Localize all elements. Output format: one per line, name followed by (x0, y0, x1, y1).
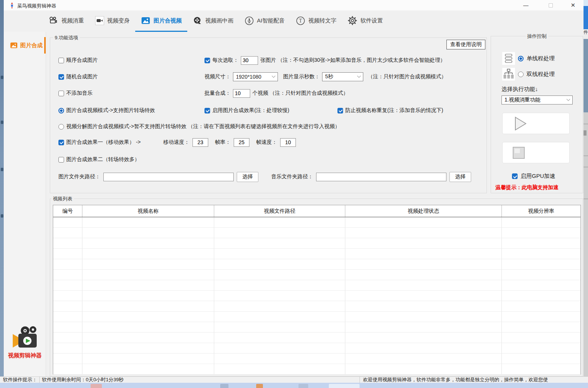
image-folder-input[interactable] (103, 173, 234, 181)
option-row: 图片合成视频模式->支持图片转场特效 启用图片合成效果(注：处理较慢) 防止视频… (50, 106, 487, 115)
function-select[interactable]: 1.视频消重功能 (501, 96, 573, 104)
enable-effect-option[interactable]: 启用图片合成效果(注：处理较慢) (204, 106, 289, 115)
option-row: 随机合成图片 视频尺寸： 1920*1080 图片显示秒数： 5秒 （注：只针对… (50, 72, 487, 82)
table-cell (82, 343, 214, 354)
column-header[interactable]: 视频名称 (82, 205, 214, 217)
tab-video-dedupe[interactable]: 视频消重 (42, 10, 90, 32)
stop-button[interactable] (502, 142, 570, 163)
checkbox-unchecked-icon[interactable] (58, 58, 64, 63)
table-row[interactable] (53, 301, 581, 312)
music-folder-choose-button[interactable]: 选择 (449, 172, 471, 182)
column-header[interactable]: 视频分辨率 (502, 205, 581, 217)
table-row[interactable] (53, 291, 581, 301)
option-note: 个视频 （注：只针对图片合成视频模式） (252, 90, 348, 97)
column-header[interactable]: 视频文件路径 (214, 205, 345, 217)
table-row[interactable] (53, 322, 581, 333)
edge-seam (584, 198, 588, 199)
no-music-option[interactable]: 不添加音乐 (58, 88, 93, 98)
pick-count-input[interactable] (241, 56, 258, 65)
sidebar-item-picture-compose[interactable]: 图片合成 (4, 39, 46, 52)
table-cell (502, 312, 581, 322)
checkbox-checked-icon[interactable] (58, 74, 64, 80)
tab-ai-voice[interactable]: AI智能配音 (239, 10, 290, 32)
play-icon (512, 115, 528, 132)
checkbox-checked-icon[interactable] (204, 108, 210, 113)
video-list-legend: 视频列表 (51, 195, 74, 202)
title-bar: 菜鸟视频剪辑神器 — ✕ (4, 0, 584, 10)
table-row[interactable] (53, 343, 581, 354)
frame-speed-input[interactable] (280, 138, 296, 147)
table-row[interactable] (53, 270, 581, 280)
table-cell (345, 259, 502, 270)
table-cell (53, 280, 82, 291)
option-label: 启用图片合成效果(注：处理较慢) (212, 107, 289, 114)
table-row[interactable] (53, 354, 581, 364)
table-row[interactable] (53, 238, 581, 249)
svg-text:T: T (299, 18, 303, 24)
start-button[interactable] (502, 113, 570, 134)
mode-image-radio[interactable]: 图片合成视频模式->支持图片转场特效 (58, 106, 155, 115)
checkbox-checked-icon[interactable] (337, 108, 343, 113)
seconds-select[interactable]: 5秒 (322, 72, 363, 81)
table-row[interactable] (53, 217, 581, 228)
column-header[interactable]: 视频处理状态 (345, 205, 502, 217)
checkbox-unchecked-icon[interactable] (58, 157, 64, 163)
move-speed-input[interactable] (193, 138, 208, 147)
table-cell (82, 228, 214, 238)
option-label: 单线程处理 (527, 55, 555, 62)
maximize-button[interactable] (542, 0, 559, 10)
edge-seg (584, 0, 588, 6)
batch-count-input[interactable] (233, 89, 250, 98)
image-folder-choose-button[interactable]: 选择 (237, 172, 258, 182)
tab-label: 软件设置 (360, 17, 383, 24)
column-header[interactable]: 编号 (53, 205, 82, 217)
video-table[interactable]: 编号 视频名称 视频文件路径 视频处理状态 视频分辨率 (53, 205, 581, 375)
radio-selected-icon[interactable] (518, 56, 524, 61)
picture-icon (141, 16, 151, 25)
logo-label: 视频剪辑神器 (4, 352, 46, 359)
option-label: 防止视频名称重复(注：添加音乐的情况下) (345, 107, 443, 114)
table-row[interactable] (53, 333, 581, 343)
radio-selected-icon[interactable] (58, 108, 64, 113)
table-row[interactable] (53, 364, 581, 375)
single-thread-option[interactable]: 单线程处理 (502, 52, 555, 65)
tab-settings[interactable]: 软件设置 (342, 10, 388, 32)
table-cell (502, 343, 581, 354)
random-compose-option[interactable]: 随机合成图片 (58, 72, 98, 82)
table-cell (345, 217, 502, 228)
help-button[interactable]: 查看使用说明 (446, 40, 485, 49)
checkbox-checked-icon[interactable] (58, 140, 64, 145)
table-row[interactable] (53, 259, 581, 270)
mode-decompose-radio[interactable]: 视频分解图片合成视频模式->暂不支持图片转场特效 （注：请在下面视频列表右键选择… (58, 122, 340, 131)
table-row[interactable] (53, 249, 581, 259)
picture-icon (10, 42, 18, 49)
close-button[interactable]: ✕ (565, 0, 581, 10)
seq-compose-option[interactable]: 顺序合成图片 (58, 55, 98, 65)
radio-unselected-icon[interactable] (58, 124, 64, 130)
taskbar-icon-fragment (256, 384, 263, 388)
tab-video-pip[interactable]: 视频画中画 (187, 10, 239, 32)
video-list-group: 视频列表 编号 视频名称 视频文件路径 视频处理状态 视频分辨率 (50, 198, 583, 376)
edge-seam (584, 167, 588, 167)
tab-video-to-text[interactable]: T 视频转文字 (290, 10, 342, 32)
table-row[interactable] (53, 280, 581, 291)
checkbox-unchecked-icon[interactable] (58, 91, 64, 96)
video-size-select[interactable]: 1920*1080 (233, 72, 278, 81)
checkbox-checked-icon[interactable] (204, 58, 210, 63)
music-folder-input[interactable] (316, 173, 446, 181)
effect-two-option[interactable]: 图片合成效果二（转场特效多） (58, 155, 140, 164)
tab-video-transform[interactable]: 视频变身 (90, 10, 135, 32)
tab-picture-to-video[interactable]: 图片合视频 (135, 10, 187, 32)
effect-one-option[interactable]: 图片合成效果一（移动效果） -> (58, 137, 141, 147)
pick-count-option[interactable]: 每次选取： 张图片 （注：不勾选则30张->如果添加音乐，图片太少或太多软件会智… (204, 55, 445, 65)
table-cell (214, 280, 345, 291)
checkbox-checked-icon[interactable] (512, 173, 518, 179)
prevent-duplicate-option[interactable]: 防止视频名称重复(注：添加音乐的情况下) (337, 106, 443, 115)
radio-unselected-icon[interactable] (518, 72, 524, 77)
frame-rate-input[interactable] (234, 138, 249, 147)
table-row[interactable] (53, 312, 581, 322)
table-row[interactable] (53, 228, 581, 238)
gpu-option[interactable]: 启用GPU加速 (512, 173, 555, 180)
minimize-button[interactable]: — (518, 0, 534, 10)
dual-thread-option[interactable]: 双线程处理 (502, 68, 555, 81)
